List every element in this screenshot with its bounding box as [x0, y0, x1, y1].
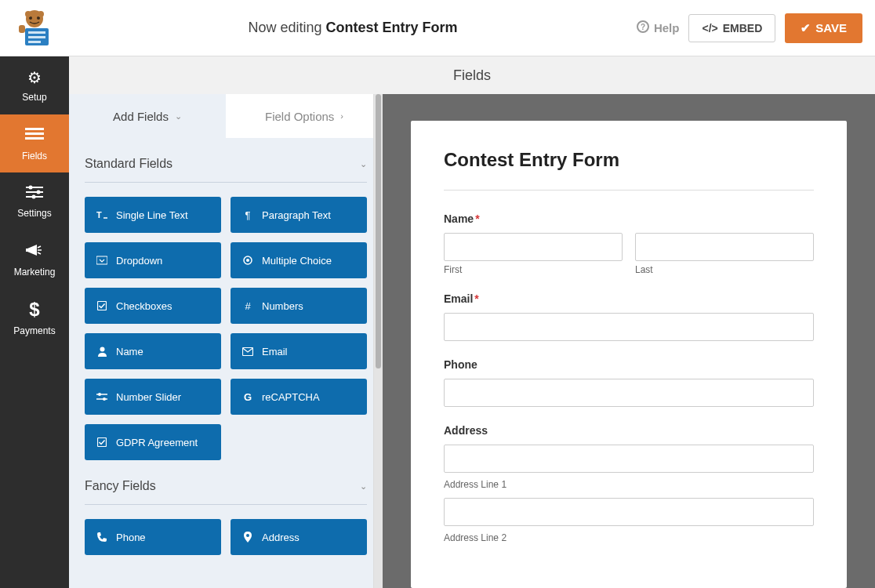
save-button[interactable]: ✔ SAVE — [785, 13, 862, 43]
tab-field-options[interactable]: Field Options › — [226, 94, 383, 138]
field-phone[interactable]: Phone — [85, 519, 221, 555]
svg-rect-6 — [28, 31, 45, 34]
svg-text:T: T — [96, 210, 102, 220]
required-indicator: * — [474, 292, 478, 305]
svg-rect-14 — [25, 137, 44, 140]
field-label: Multiple Choice — [262, 255, 332, 267]
svg-point-35 — [246, 534, 249, 537]
field-label: Name* — [444, 212, 814, 225]
field-number-slider[interactable]: Number Slider — [85, 379, 221, 415]
field-label: Number Slider — [116, 391, 181, 403]
sidenav-label: Setup — [22, 92, 46, 103]
svg-point-18 — [37, 190, 41, 194]
field-label: Dropdown — [116, 255, 162, 267]
form-title: Contest Entry Form — [444, 149, 814, 191]
list-icon — [25, 126, 44, 146]
field-dropdown[interactable]: Dropdown — [85, 242, 221, 278]
panel-tabs: Add Fields ⌄ Field Options › — [69, 94, 383, 138]
scrollbar[interactable] — [373, 94, 383, 588]
dropdown-icon — [96, 256, 108, 265]
last-name-input[interactable] — [635, 233, 814, 261]
sidenav-item-marketing[interactable]: Marketing — [0, 230, 69, 289]
sublabel: First — [444, 264, 623, 275]
address-line2-input[interactable] — [444, 498, 814, 526]
checkbox-icon — [96, 301, 108, 310]
svg-point-33 — [103, 397, 106, 401]
check-icon: ✔ — [801, 21, 811, 35]
svg-rect-24 — [96, 256, 107, 264]
group-fancy-fields[interactable]: Fancy Fields ⌄ — [85, 460, 367, 505]
sidenav-item-fields[interactable]: Fields — [0, 114, 69, 172]
form-field-email[interactable]: Email* — [444, 292, 814, 341]
field-palette: Add Fields ⌄ Field Options › Standard Fi… — [69, 94, 383, 588]
sidenav-item-payments[interactable]: $ Payments — [0, 289, 69, 347]
field-name[interactable]: Name — [85, 333, 221, 369]
field-label: Email — [262, 346, 288, 358]
sidenav-label: Settings — [17, 208, 51, 219]
svg-rect-8 — [28, 41, 41, 43]
chevron-down-icon: ⌄ — [360, 159, 367, 169]
help-link[interactable]: ? Help — [637, 20, 680, 35]
form-canvas: Contest Entry Form Name* First Last — [411, 121, 847, 588]
phone-input[interactable] — [444, 379, 814, 407]
field-gdpr-agreement[interactable]: GDPR Agreement — [85, 424, 221, 460]
svg-point-31 — [98, 393, 101, 396]
svg-point-16 — [29, 185, 33, 189]
field-numbers[interactable]: #Numbers — [231, 288, 367, 324]
wpforms-logo-icon — [14, 8, 55, 49]
field-label: Numbers — [262, 300, 303, 312]
phone-icon — [96, 532, 108, 542]
svg-rect-12 — [25, 128, 44, 130]
paragraph-icon: ¶ — [241, 209, 254, 221]
address-line1-input[interactable] — [444, 445, 814, 473]
sidenav: ⚙ Setup Fields Settings Marketing $ Paym… — [0, 56, 69, 588]
svg-rect-9 — [19, 25, 25, 33]
svg-point-20 — [32, 194, 36, 198]
fancy-fields-grid: Phone Address — [85, 519, 367, 555]
field-address[interactable]: Address — [231, 519, 367, 555]
svg-text:?: ? — [641, 23, 645, 31]
content: Fields Add Fields ⌄ Field Options › St — [69, 56, 875, 588]
name-subfields: First Last — [444, 233, 814, 275]
first-name-input[interactable] — [444, 233, 623, 261]
embed-button[interactable]: </> EMBED — [688, 14, 775, 42]
sidenav-item-setup[interactable]: ⚙ Setup — [0, 56, 69, 114]
field-paragraph-text[interactable]: ¶Paragraph Text — [231, 197, 367, 233]
standard-fields-grid: TSingle Line Text ¶Paragraph Text Dropdo… — [85, 197, 367, 460]
field-multiple-choice[interactable]: Multiple Choice — [231, 242, 367, 278]
first-name-subfield: First — [444, 233, 623, 275]
form-field-name[interactable]: Name* First Last — [444, 212, 814, 275]
bullhorn-icon — [26, 242, 43, 262]
group-standard-fields[interactable]: Standard Fields ⌄ — [85, 138, 367, 183]
form-preview-panel: Contest Entry Form Name* First Last — [383, 94, 875, 588]
help-label: Help — [654, 21, 680, 34]
field-label: Email* — [444, 292, 814, 305]
field-recaptcha[interactable]: GreCAPTCHA — [231, 379, 367, 415]
tab-add-fields[interactable]: Add Fields ⌄ — [69, 94, 226, 138]
field-email[interactable]: Email — [231, 333, 367, 369]
single-line-text-icon: T — [96, 210, 108, 220]
field-single-line-text[interactable]: TSingle Line Text — [85, 197, 221, 233]
radio-icon — [241, 256, 254, 265]
field-label: Phone — [444, 358, 814, 371]
field-label: reCAPTCHA — [262, 391, 320, 403]
save-label: SAVE — [815, 21, 847, 34]
group-label: Standard Fields — [85, 157, 172, 171]
required-indicator: * — [475, 212, 479, 225]
recaptcha-icon: G — [241, 391, 254, 403]
top-actions: ? Help </> EMBED ✔ SAVE — [637, 13, 862, 43]
form-field-phone[interactable]: Phone — [444, 358, 814, 407]
field-label: Name — [116, 346, 143, 358]
gear-icon: ⚙ — [27, 68, 42, 87]
tab-label: Add Fields — [113, 110, 169, 123]
field-label: Single Line Text — [116, 209, 188, 221]
sidenav-item-settings[interactable]: Settings — [0, 172, 69, 230]
email-input[interactable] — [444, 313, 814, 341]
field-checkboxes[interactable]: Checkboxes — [85, 288, 221, 324]
person-icon — [96, 347, 108, 357]
svg-point-4 — [38, 11, 44, 17]
editing-title: Now editing Contest Entry Form — [69, 20, 637, 36]
panel-body: Standard Fields ⌄ TSingle Line Text ¶Par… — [69, 138, 383, 588]
form-field-address[interactable]: Address Address Line 1 Address Line 2 — [444, 424, 814, 543]
scrollbar-thumb[interactable] — [376, 94, 381, 368]
